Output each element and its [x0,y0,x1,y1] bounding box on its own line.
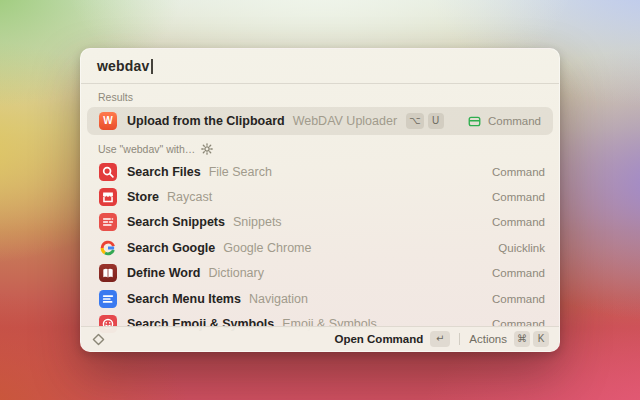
option-keycap: ⌥ [406,113,424,129]
divider [81,83,559,84]
suggestion-row-search-files[interactable]: Search Files File Search Command [81,159,559,184]
row-title: Search Snippets [127,215,225,229]
return-keycap: ↵ [430,331,450,347]
text-caret [151,59,153,74]
k-keycap: K [533,331,549,347]
snippets-icon [99,213,117,231]
row-type: Command [492,166,545,178]
suggestion-row-search-menu-items[interactable]: Search Menu Items Navigation Command [81,286,559,311]
footer-divider [459,333,460,345]
command-card-icon [467,114,482,129]
command-keycap: ⌘ [514,331,530,347]
u-keycap: U [428,113,444,129]
store-icon [99,188,117,206]
row-type: Command [492,191,545,203]
shortcut-keys: ⌥ U [406,113,444,129]
webdav-uploader-icon: W [99,112,117,130]
result-subtitle: WebDAV Uploader [293,114,397,128]
actions-button[interactable]: Actions [469,333,507,345]
gear-icon[interactable] [201,143,213,155]
row-type: Command [492,267,545,279]
suggestion-row-store[interactable]: Store Raycast Command [81,184,559,209]
suggestions-section-label: Use "webdav" with… [98,143,195,155]
google-icon [99,239,117,257]
row-subtitle: Navigation [249,292,308,306]
suggestions-section-header: Use "webdav" with… [98,143,542,155]
search-input[interactable]: webdav [97,58,150,74]
result-title: Upload from the Clipboard [127,114,285,128]
suggestion-row-search-google[interactable]: Search Google Google Chrome Quicklink [81,235,559,260]
dictionary-icon [99,264,117,282]
search-bar[interactable]: webdav [81,49,559,83]
row-title: Search Menu Items [127,292,241,306]
suggestion-row-define-word[interactable]: Define Word Dictionary Command [81,261,559,286]
raycast-window: webdav Results W Upload from the Clipboa… [80,48,560,352]
row-type: Command [492,216,545,228]
row-subtitle: Google Chrome [223,241,311,255]
row-title: Define Word [127,266,200,280]
result-type: Command [488,115,541,127]
raycast-logo-icon [91,332,106,347]
row-type: Command [492,293,545,305]
action-bar: Open Command ↵ Actions ⌘ K [81,326,559,351]
result-row-selected[interactable]: W Upload from the Clipboard WebDAV Uploa… [87,107,553,135]
row-subtitle: Raycast [167,190,212,204]
row-title: Search Google [127,241,215,255]
file-search-icon [99,163,117,181]
row-type: Quicklink [498,242,545,254]
row-subtitle: Snippets [233,215,282,229]
suggestion-row-search-snippets[interactable]: Search Snippets Snippets Command [81,210,559,235]
row-subtitle: File Search [209,165,272,179]
row-subtitle: Dictionary [208,266,264,280]
open-command-button[interactable]: Open Command [334,333,423,345]
results-section-label: Results [98,91,542,103]
navigation-icon [99,290,117,308]
row-title: Search Files [127,165,201,179]
row-title: Store [127,190,159,204]
